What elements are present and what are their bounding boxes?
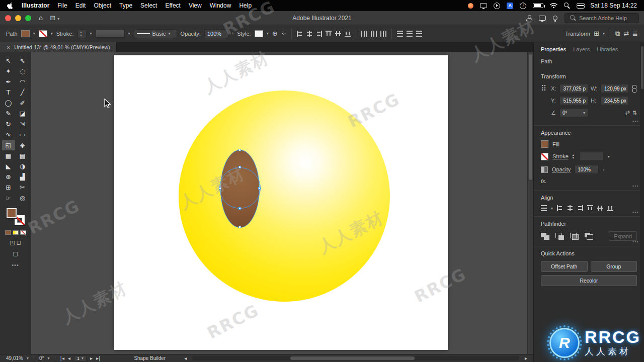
close-document-icon[interactable]: × [6, 44, 11, 51]
swap-panels-icon[interactable]: ⇄ [623, 30, 629, 37]
paintbrush-tool[interactable]: ✐ [16, 98, 29, 108]
rotation-value[interactable]: 0° [39, 355, 44, 361]
offset-path-button[interactable]: Offset Path [541, 261, 588, 272]
angle-dropdown[interactable]: 0° ▾ [559, 108, 588, 117]
menu-window[interactable]: Window [210, 2, 231, 9]
account-icon[interactable] [526, 15, 532, 21]
menu-bar-clock[interactable]: Sat 18 Sep 14:22 [590, 2, 637, 9]
effects-button[interactable]: fx. [541, 178, 547, 184]
align-top-icon[interactable] [326, 31, 332, 37]
menu-object[interactable]: Object [94, 2, 111, 9]
h-field[interactable]: 234,55 px [600, 96, 629, 105]
transform-label[interactable]: Transform [565, 31, 590, 37]
link-dimensions-icon[interactable] [631, 85, 637, 93]
transform-dropdown-icon[interactable]: ▾ [603, 31, 605, 36]
stroke-weight-dropdown-icon[interactable]: ▾ [90, 31, 92, 36]
opacity-chevron-icon[interactable]: › [232, 31, 233, 36]
screen-record-icon[interactable] [468, 3, 473, 9]
minimize-window-button[interactable] [15, 15, 21, 21]
menu-type[interactable]: Type [119, 2, 132, 9]
distribute-center-icon[interactable] [371, 31, 377, 37]
w-field[interactable]: 120,99 px [600, 84, 629, 93]
align-center-icon[interactable] [567, 205, 573, 211]
hand-tool[interactable]: ☞ [2, 193, 15, 203]
canvas-horizontal-scrollbar[interactable] [192, 356, 519, 360]
distribute-right-icon[interactable] [380, 31, 386, 37]
align-bottom-icon[interactable] [607, 205, 613, 211]
artboard-tool[interactable]: ⊞ [2, 182, 15, 193]
opacity-link[interactable]: Opacity [552, 166, 571, 172]
align-more-options[interactable]: ••• [632, 210, 639, 214]
zoom-dropdown-icon[interactable]: ▾ [27, 356, 29, 360]
mesh-tool[interactable]: ▦ [2, 150, 15, 161]
none-button[interactable] [20, 230, 26, 235]
ellipse-tool[interactable]: ◯ [2, 98, 15, 108]
stroke-link[interactable]: Stroke [552, 153, 569, 159]
blend-tool[interactable]: ◑ [16, 161, 29, 171]
scroll-right-icon[interactable]: ▸ [525, 355, 527, 361]
brush-dropdown-icon[interactable]: ▾ [128, 31, 130, 36]
wifi-icon[interactable] [550, 3, 557, 9]
info-circle-icon[interactable]: i [520, 3, 526, 9]
menu-help[interactable]: Help [239, 2, 252, 9]
magic-wand-tool[interactable]: ✦ [2, 66, 15, 76]
anchor-point[interactable] [238, 226, 241, 228]
battery-icon[interactable] [533, 3, 543, 8]
align-right-icon[interactable] [316, 31, 322, 37]
menu-effect[interactable]: Effect [165, 2, 180, 9]
brush-definition-dropdown[interactable] [96, 29, 125, 38]
eyedropper-tool[interactable]: ◣ [2, 161, 15, 171]
menu-view[interactable]: View [189, 2, 202, 9]
help-search-field[interactable]: Search Adobe Help [565, 13, 639, 23]
stroke-dropdown-icon[interactable]: ▾ [51, 31, 53, 36]
pathfinder-more-options[interactable]: ••• [632, 239, 639, 244]
pathfinder-exclude-icon[interactable] [585, 233, 593, 240]
pen-tool[interactable]: ✒ [2, 76, 15, 87]
scale-tool[interactable]: ⇲ [16, 119, 29, 129]
eraser-tool[interactable]: ◪ [16, 108, 29, 119]
align-middle-icon[interactable] [335, 31, 341, 37]
recolor-button[interactable]: Recolor [541, 275, 637, 286]
home-icon[interactable]: ⌂ [39, 14, 43, 22]
anchor-point[interactable] [219, 187, 221, 190]
width-tool[interactable]: ∿ [2, 129, 15, 140]
edit-toolbar-icon[interactable]: ••• [12, 262, 19, 268]
perspective-grid-tool[interactable]: ◈ [16, 140, 29, 150]
opacity-chevron-icon[interactable]: › [603, 167, 604, 172]
fill-dropdown-icon[interactable]: ▾ [33, 31, 35, 36]
symbol-sprayer-tool[interactable]: ⊛ [2, 171, 15, 182]
column-graph-tool[interactable]: ▟ [16, 171, 29, 182]
yellow-sphere-shape[interactable] [179, 90, 390, 302]
appearance-more-options[interactable]: ••• [632, 184, 639, 188]
discover-icon[interactable] [553, 16, 557, 20]
x-field[interactable]: 377,025 p [559, 84, 588, 93]
previous-artboard-icon[interactable]: ◂ [68, 355, 70, 361]
arrange-documents-icon[interactable] [539, 16, 546, 21]
distribute-horizontal-icon[interactable] [361, 31, 367, 37]
stroke-weight-stepper[interactable]: ▴▾ [573, 153, 574, 159]
zoom-tool[interactable]: ◎ [16, 193, 29, 203]
fill-color-swatch[interactable] [21, 30, 30, 37]
screen-mode-icon[interactable]: ▢ [13, 250, 18, 257]
distribute-top-icon[interactable] [397, 31, 403, 37]
style-swatch[interactable] [255, 30, 263, 37]
align-center-icon[interactable] [306, 31, 312, 37]
align-bottom-icon[interactable] [345, 31, 351, 37]
scroll-left-icon[interactable]: ◂ [184, 355, 187, 361]
fill-indicator-swatch[interactable] [7, 208, 17, 218]
align-to-dropdown-icon[interactable]: ▾ [551, 206, 553, 211]
distribute-middle-icon[interactable] [407, 31, 413, 37]
next-artboard-icon[interactable]: ▸ [90, 355, 93, 361]
align-middle-icon[interactable] [597, 205, 603, 211]
transform-more-options[interactable]: ••• [632, 119, 639, 123]
curvature-tool[interactable]: ◠ [16, 76, 29, 87]
lasso-tool[interactable]: ◌ [16, 66, 29, 76]
document-tab[interactable]: × Untitled-13* @ 49,01 % (CMYK/Preview) [0, 42, 117, 52]
scrollbar-thumb[interactable] [529, 54, 532, 180]
arrange-icon[interactable]: ⧉ [615, 30, 620, 38]
reference-point-selector[interactable]: ⠿ [541, 84, 549, 120]
selection-tool[interactable]: ↖ [2, 55, 15, 66]
align-top-icon[interactable] [587, 205, 593, 211]
menu-select[interactable]: Select [140, 2, 157, 9]
menu-edit[interactable]: Edit [75, 2, 86, 9]
